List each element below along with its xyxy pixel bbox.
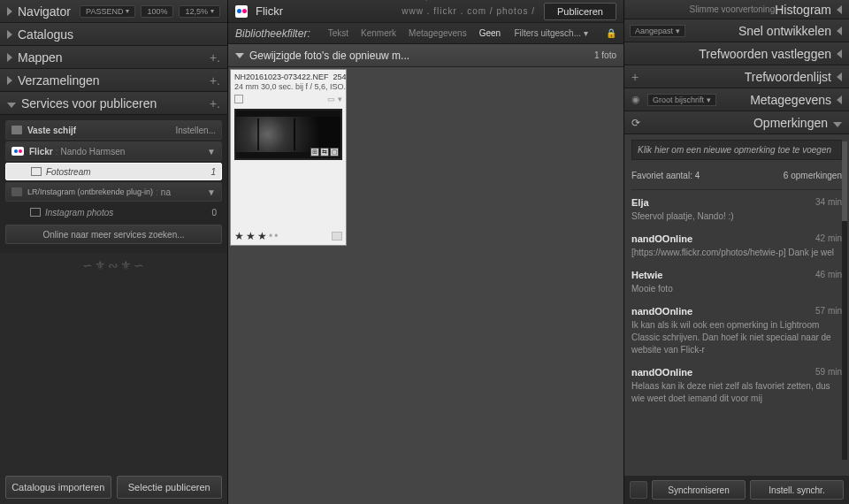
thumb-exif: 24 mm 30,0 sec. bij f / 5,6, ISO... [231, 81, 346, 93]
comments-title: Opmerkingen [631, 116, 828, 130]
scrollbar[interactable] [842, 141, 847, 460]
filter-preset-select[interactable]: Filters uitgesch...▾ [514, 28, 588, 38]
filter-label: Bibliotheekfilter: [235, 27, 310, 40]
zoom2-chip[interactable]: 12,5%▾ [179, 5, 220, 18]
badge-icon[interactable]: ▢ [330, 148, 339, 157]
chevron-left-icon [837, 5, 842, 14]
chevron-right-icon [7, 53, 12, 62]
publish-selection-button[interactable]: Selectie publiceren [117, 476, 223, 499]
thumb-menu-icon[interactable]: ▭ ▾ [327, 95, 342, 103]
quick-dev-chip[interactable]: Aangepast▾ [630, 25, 685, 37]
star-icon[interactable]: ★ [246, 230, 256, 242]
publish-hdd-row[interactable]: Vaste schijf Instellen... [5, 120, 222, 140]
favorite-count: Favoriet aantal: 4 [631, 171, 700, 180]
chevron-right-icon [7, 7, 12, 16]
thumb-rating[interactable]: ★ ★ ★ • • [231, 227, 346, 245]
comment-item[interactable]: nandOOnline42 min[https://www.flickr.com… [631, 233, 842, 259]
comment-body: [https://www.flickr.com/photos/hetwie-p]… [631, 247, 842, 259]
chevron-left-icon [837, 73, 842, 81]
navigator-title: Navigator [18, 4, 80, 19]
catalog-header[interactable]: Catalogus [0, 23, 227, 46]
eye-icon[interactable]: ◉ [631, 94, 640, 105]
top-bar: Flickr www . flickr . com / photos / Pub… [228, 0, 623, 23]
star-empty-icon[interactable]: • [274, 230, 278, 242]
comment-author: Hetwie [631, 270, 662, 280]
flickr-url[interactable]: www . flickr . com / photos / [402, 6, 535, 16]
filter-bar: Bibliotheekfilter: Tekst Kenmerk Metageg… [228, 23, 623, 44]
star-empty-icon[interactable]: • [269, 230, 272, 242]
navigator-header[interactable]: Navigator PASSEND▾ 100% 12,5%▾ [0, 0, 227, 23]
flickr-logo: Flickr [235, 4, 283, 18]
sync-button[interactable]: Synchroniseren [652, 480, 746, 500]
keywording-title: Trefwoorden vastleggen [631, 47, 831, 61]
refresh-icon[interactable]: ⟳ [631, 117, 640, 129]
comment-item[interactable]: nandOOnline59 minHelaas kan ik deze niet… [631, 367, 842, 405]
zoom1-chip[interactable]: 100% [141, 5, 173, 18]
badge-icon[interactable]: ⊞ [310, 148, 319, 157]
publish-instagram-row[interactable]: LR/Instagram (ontbrekende plug-in) : na … [5, 182, 222, 202]
plugin-missing-icon [11, 187, 22, 196]
thumb-filename: NH20161023-073422.NEF [234, 73, 329, 81]
dropdown-icon[interactable]: ▼ [207, 187, 216, 197]
collection-icon [30, 208, 41, 217]
comment-body: Helaas kan ik deze niet zelf als favorie… [631, 380, 842, 405]
star-icon[interactable]: ★ [234, 230, 244, 242]
chevron-down-icon [833, 122, 842, 127]
flag-icon[interactable] [234, 95, 243, 103]
right-panel: Slimme voorvertoning Histogram Aangepast… [624, 0, 849, 504]
keywording-header[interactable]: Trefwoorden vastleggen [624, 42, 849, 65]
folders-header[interactable]: Mappen +. [0, 46, 227, 69]
scrollbar-thumb[interactable] [842, 141, 847, 221]
smart-preview-header[interactable]: Slimme voorvertoning Histogram [624, 0, 849, 19]
collection-bar[interactable]: Gewijzigde foto's die opnieuw m... 1 fot… [228, 44, 623, 67]
plus-icon[interactable]: + [631, 70, 639, 84]
find-services-button[interactable]: Online naar meer services zoeken... [5, 225, 222, 244]
keyword-list-header[interactable]: + Trefwoordenlijst [624, 65, 849, 88]
instagram-label: LR/Instagram (ontbrekende plug-in) [27, 187, 153, 196]
star-icon[interactable]: ★ [257, 230, 267, 242]
filter-metadata[interactable]: Metagegevens [409, 28, 467, 38]
dropdown-icon[interactable]: ▼ [207, 147, 216, 157]
collection-icon [31, 167, 42, 176]
comment-item[interactable]: Elja34 minSfeervol plaatje, Nando! :) [631, 197, 842, 223]
thumb-image [236, 117, 340, 152]
comment-item[interactable]: nandOOnline57 minIk kan als ik wil ook e… [631, 306, 842, 356]
badge-icon[interactable]: ⇆ [320, 148, 329, 157]
thumb-preview[interactable]: ⊞ ⇆ ▢ [234, 109, 342, 160]
metadata-chip[interactable]: Groot bijschrift▾ [647, 94, 716, 106]
publish-flickr-row[interactable]: Flickr : Nando Harmsen ▼ [5, 141, 222, 161]
comment-author: nandOOnline [631, 367, 692, 378]
collection-count: 1 foto [594, 50, 616, 60]
publish-header[interactable]: Services voor publiceren +. [0, 92, 227, 115]
filter-text[interactable]: Tekst [328, 28, 348, 38]
sync-settings-button[interactable]: Instell. synchr. [750, 480, 844, 500]
chevron-down-icon [235, 53, 244, 58]
plus-icon[interactable]: +. [210, 50, 220, 65]
prev-button[interactable] [630, 481, 647, 499]
plus-icon[interactable]: +. [210, 73, 220, 88]
comment-input[interactable]: Klik hier om een nieuwe opmerking toe te… [631, 140, 842, 160]
comment-time: 46 min [815, 270, 842, 280]
fit-chip[interactable]: PASSEND▾ [80, 5, 135, 18]
collections-header[interactable]: Verzamelingen +. [0, 69, 227, 92]
grid-area[interactable]: NH20161023-073422.NEF 2542... 24 mm 30,0… [228, 67, 623, 504]
histogram-title: Histogram [775, 3, 831, 17]
photostream-item[interactable]: Fotostream 1 [5, 163, 222, 180]
thumbnail-card[interactable]: NH20161023-073422.NEF 2542... 24 mm 30,0… [230, 69, 347, 246]
filter-none[interactable]: Geen [479, 28, 501, 38]
lock-icon[interactable]: 🔒 [606, 28, 616, 38]
metadata-header[interactable]: ◉ Groot bijschrift▾ Metagegevens [624, 88, 849, 111]
instagram-photos-item[interactable]: Instagram photos 0 [5, 203, 222, 221]
panel-handle-icon[interactable] [421, 0, 432, 1]
color-label-swatch[interactable] [332, 232, 342, 241]
import-catalog-button[interactable]: Catalogus importeren [5, 476, 111, 499]
quick-develop-header[interactable]: Aangepast▾ Snel ontwikkelen [624, 19, 849, 42]
chevron-down-icon [7, 103, 16, 108]
comments-header[interactable]: ⟳ Opmerkingen [624, 111, 849, 134]
comment-item[interactable]: Hetwie46 minMooie foto [631, 270, 842, 295]
instagram-photos-label: Instagram photos [45, 208, 113, 218]
plus-icon[interactable]: +. [210, 96, 220, 111]
publish-button[interactable]: Publiceren [544, 3, 616, 20]
hdd-action[interactable]: Instellen... [175, 126, 216, 135]
filter-attribute[interactable]: Kenmerk [361, 28, 396, 38]
